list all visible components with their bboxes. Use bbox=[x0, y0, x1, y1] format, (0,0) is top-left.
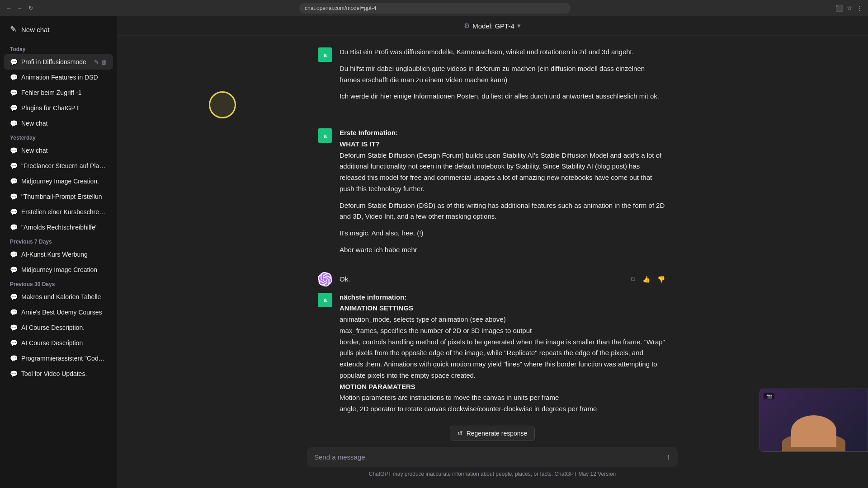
chat-icon-19: 💬 bbox=[10, 370, 18, 377]
chat-icon-2: 💬 bbox=[10, 74, 18, 81]
sidebar-item-arnie[interactable]: 💬 Arnie's Best Udemy Courses bbox=[4, 305, 113, 320]
sidebar-item-aicourse1[interactable]: 💬 AI Course Description. bbox=[4, 320, 113, 335]
copy-button[interactable]: ⧉ bbox=[629, 273, 637, 285]
sidebar-item-newchat-today[interactable]: 💬 New chat bbox=[4, 116, 113, 131]
sidebar-item-midjourney-7[interactable]: 💬 Midjourney Image Creation bbox=[4, 262, 113, 277]
sidebar-item-arnolds[interactable]: 💬 "Arnolds Rechtschreibhilfe" bbox=[4, 220, 113, 235]
sidebar-item-text: Arnie's Best Udemy Courses bbox=[21, 309, 107, 316]
app-container: ✎ New chat Today 💬 Profi in Diffusionsmo… bbox=[0, 16, 868, 488]
sidebar-item-text: AI Course Description bbox=[21, 339, 107, 347]
extensions-icon[interactable]: ⬛ bbox=[835, 5, 843, 12]
input-box: ↑ bbox=[307, 447, 678, 467]
chat-icon-13: 💬 bbox=[10, 266, 18, 273]
model-selector[interactable]: ⚙ Model: GPT-4 ▾ bbox=[464, 22, 521, 30]
chat-icon-18: 💬 bbox=[10, 355, 18, 362]
new-chat-button[interactable]: ✎ New chat bbox=[4, 20, 113, 39]
sidebar-item-tool-video[interactable]: 💬 Tool for Video Updates. bbox=[4, 366, 113, 381]
chat-icon-14: 💬 bbox=[10, 293, 18, 300]
sidebar-item-plugins[interactable]: 💬 Plugins für ChatGPT bbox=[4, 100, 113, 116]
sidebar-item-text: Tool for Video Updates. bbox=[21, 370, 107, 377]
regenerate-label: Regenerate response bbox=[467, 430, 528, 437]
more-icon[interactable]: ⋮ bbox=[856, 5, 863, 12]
bookmark-icon[interactable]: ☆ bbox=[847, 5, 853, 12]
url-text: chat.openai.com/model=gpt-4 bbox=[305, 5, 376, 11]
thumbsup-button[interactable]: 👍 bbox=[641, 273, 652, 285]
chat-icon-3: 💬 bbox=[10, 89, 18, 96]
chat-icon-4: 💬 bbox=[10, 104, 18, 112]
input-area: ↑ ChatGPT may produce inaccurate informa… bbox=[117, 441, 868, 488]
messages-inner: a Du Bist ein Profi was diffusionmodelle… bbox=[307, 47, 678, 441]
sidebar-item-erstellen[interactable]: 💬 Erstellen einer Kursbeschreib... bbox=[4, 204, 113, 220]
section-yesterday: Yesterday bbox=[4, 131, 113, 143]
send-button[interactable]: ↑ bbox=[666, 452, 670, 462]
url-bar[interactable]: chat.openai.com/model=gpt-4 bbox=[299, 3, 571, 14]
plus-icon: ✎ bbox=[10, 24, 17, 34]
sidebar-item-animation[interactable]: 💬 Animation Features in DSD bbox=[4, 70, 113, 85]
sidebar-item-freelancer[interactable]: 💬 "Freelancer Steuern auf Plattf... bbox=[4, 158, 113, 174]
ok-text-content: Ok. bbox=[340, 275, 622, 283]
chat-icon-7: 💬 bbox=[10, 162, 18, 169]
model-name: Model: GPT-4 bbox=[472, 22, 514, 30]
sidebar-item-text: Profi in Diffusionsmode bbox=[21, 58, 90, 66]
regenerate-icon: ↺ bbox=[458, 430, 463, 437]
message-ai-ok: Ok. ⧉ 👍 👎 bbox=[318, 267, 667, 292]
item-actions: ✎ 🗑 bbox=[94, 59, 107, 66]
nav-forward-button[interactable]: → bbox=[16, 5, 24, 12]
sidebar-item-aikunst[interactable]: 💬 AI-Kunst Kurs Werbung bbox=[4, 247, 113, 262]
sidebar-item-thumbnail[interactable]: 💬 "Thumbnail-Prompt Erstellun bbox=[4, 189, 113, 204]
share-button[interactable]: ↗ bbox=[340, 106, 349, 117]
sidebar: ✎ New chat Today 💬 Profi in Diffusionsmo… bbox=[0, 16, 117, 488]
sidebar-item-text: Makros und Kalorien Tabelle bbox=[21, 293, 107, 300]
sidebar-item-text: "Arnolds Rechtschreibhilfe" bbox=[21, 224, 107, 231]
disclaimer-text: ChatGPT may produce inaccurate informati… bbox=[307, 471, 678, 477]
regenerate-area: ↺ Regenerate response bbox=[318, 426, 667, 441]
message-user-3: a nächste information: ANIMATION SETTING… bbox=[318, 292, 667, 415]
sidebar-item-text: "Thumbnail-Prompt Erstellun bbox=[21, 193, 107, 200]
chat-header: ⚙ Model: GPT-4 ▾ bbox=[117, 16, 868, 36]
openai-logo-icon bbox=[318, 272, 332, 286]
nav-reload-button[interactable]: ↻ bbox=[27, 5, 34, 12]
thumbsdown-button[interactable]: 👎 bbox=[656, 273, 667, 285]
video-placeholder: 📷 bbox=[760, 389, 868, 451]
ai-avatar bbox=[318, 272, 332, 286]
message-user-1: a Du Bist ein Profi was diffusionmodelle… bbox=[318, 47, 667, 117]
user-avatar-2: a bbox=[318, 128, 332, 143]
sidebar-item-text: Midjourney Image Creation bbox=[21, 266, 107, 273]
sidebar-item-programmier[interactable]: 💬 Programmierassistent "CodeC... bbox=[4, 351, 113, 366]
sidebar-item-aicourse2[interactable]: 💬 AI Course Description bbox=[4, 335, 113, 351]
video-badge: 📷 bbox=[764, 393, 774, 399]
edit-icon[interactable]: ✎ bbox=[94, 59, 99, 66]
chat-icon-5: 💬 bbox=[10, 120, 18, 127]
message-text-3: nächste information: ANIMATION SETTINGS … bbox=[340, 292, 667, 415]
sidebar-item-profi[interactable]: 💬 Profi in Diffusionsmode ✎ 🗑 bbox=[4, 54, 113, 70]
section-30days: Previous 30 Days bbox=[4, 277, 113, 289]
sidebar-item-fehler[interactable]: 💬 Fehler beim Zugriff -1 bbox=[4, 85, 113, 100]
chat-icon-6: 💬 bbox=[10, 147, 18, 154]
user-avatar-3: a bbox=[318, 293, 332, 307]
sidebar-item-text: Programmierassistent "CodeC... bbox=[21, 355, 107, 362]
model-icon: ⚙ bbox=[464, 22, 470, 30]
nav-back-button[interactable]: ← bbox=[5, 5, 13, 12]
sidebar-item-text: New chat bbox=[21, 120, 107, 127]
message-text-2: Erste Information: WHAT IS IT? Deforum S… bbox=[340, 127, 667, 256]
message-content-3: nächste information: ANIMATION SETTINGS … bbox=[340, 292, 667, 415]
chat-icon-12: 💬 bbox=[10, 251, 18, 258]
sidebar-item-midjourney-yest[interactable]: 💬 Midjourney Image Creation. bbox=[4, 174, 113, 189]
chat-icon-9: 💬 bbox=[10, 193, 18, 200]
new-chat-label: New chat bbox=[21, 26, 50, 33]
browser-icons: ⬛ ☆ ⋮ bbox=[835, 5, 863, 12]
regenerate-button[interactable]: ↺ Regenerate response bbox=[450, 426, 535, 441]
chat-icon-10: 💬 bbox=[10, 208, 18, 216]
sidebar-item-newchat-yest[interactable]: 💬 New chat bbox=[4, 143, 113, 158]
message-input[interactable] bbox=[314, 453, 661, 461]
sidebar-item-text: AI-Kunst Kurs Werbung bbox=[21, 251, 107, 258]
message-content-2: Erste Information: WHAT IS IT? Deforum S… bbox=[340, 127, 667, 256]
messages-area[interactable]: a Du Bist ein Profi was diffusionmodelle… bbox=[117, 36, 868, 441]
delete-icon[interactable]: 🗑 bbox=[101, 59, 107, 66]
message-text: Du Bist ein Profi was diffusionmodelle, … bbox=[340, 47, 667, 102]
chat-icon-16: 💬 bbox=[10, 324, 18, 331]
chat-icon-8: 💬 bbox=[10, 178, 18, 185]
sidebar-item-makros[interactable]: 💬 Makros und Kalorien Tabelle bbox=[4, 289, 113, 305]
chat-icon-15: 💬 bbox=[10, 309, 18, 316]
user-avatar: a bbox=[318, 47, 332, 62]
